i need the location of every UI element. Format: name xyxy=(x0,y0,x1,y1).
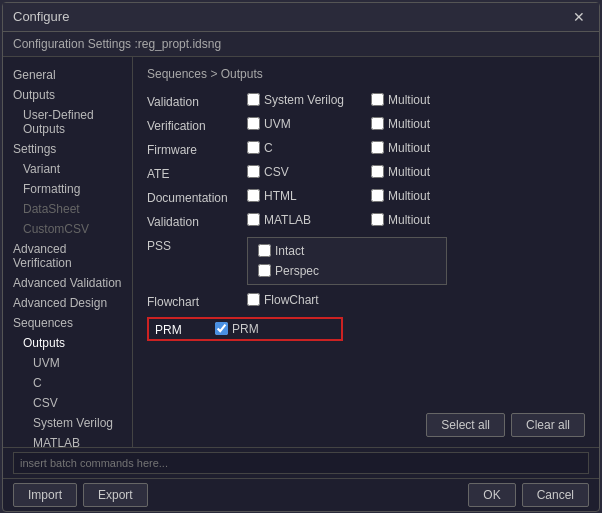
checkbox-item-system-verilog[interactable]: System Verilog xyxy=(247,93,367,107)
sidebar-item-seq-csv[interactable]: CSV xyxy=(3,393,132,413)
checkbox-flowchart[interactable] xyxy=(247,293,260,306)
checkbox-item-multiout-1[interactable]: Multiout xyxy=(371,93,491,107)
import-button[interactable]: Import xyxy=(13,483,77,507)
row-label-verification: Verification xyxy=(147,117,247,133)
row-label-validation: Validation xyxy=(147,93,247,109)
action-bar: Import Export OK Cancel xyxy=(3,478,599,511)
select-all-button[interactable]: Select all xyxy=(426,413,505,437)
checkbox-c[interactable] xyxy=(247,141,260,154)
checkbox-label-multiout-6: Multiout xyxy=(388,213,430,227)
row-options-verification: UVMMultiout xyxy=(247,117,491,131)
config-header: Configuration Settings :reg_propt.idsng xyxy=(3,32,599,57)
export-button[interactable]: Export xyxy=(83,483,148,507)
checkbox-item-multiout-3[interactable]: Multiout xyxy=(371,141,491,155)
checkbox-system-verilog[interactable] xyxy=(247,93,260,106)
config-row-ate: ATECSVMultiout xyxy=(147,165,585,181)
checkbox-label-c: C xyxy=(264,141,273,155)
breadcrumb: Sequences > Outputs xyxy=(147,67,585,81)
close-button[interactable]: ✕ xyxy=(569,9,589,25)
pss-box: IntactPerspec xyxy=(247,237,447,285)
checkbox-label-multiout-2: Multiout xyxy=(388,117,430,131)
checkbox-item-matlab[interactable]: MATLAB xyxy=(247,213,367,227)
row-options-firmware: CMultiout xyxy=(247,141,491,155)
clear-all-button[interactable]: Clear all xyxy=(511,413,585,437)
select-clear-area: Select all Clear all xyxy=(147,413,585,437)
checkbox-label-multiout-4: Multiout xyxy=(388,165,430,179)
checkbox-html[interactable] xyxy=(247,189,260,202)
row-options-flowchart: FlowChart xyxy=(247,293,367,307)
row-label-documentation: Documentation xyxy=(147,189,247,205)
sidebar: GeneralOutputsUser-Defined OutputsSettin… xyxy=(3,57,133,447)
checkbox-item-csv[interactable]: CSV xyxy=(247,165,367,179)
sidebar-item-adv-design[interactable]: Advanced Design xyxy=(3,293,132,313)
sidebar-item-outputs[interactable]: Outputs xyxy=(3,85,132,105)
sidebar-item-seq-uvm[interactable]: UVM xyxy=(3,353,132,373)
checkbox-label-multiout-5: Multiout xyxy=(388,189,430,203)
config-row-verification: VerificationUVMMultiout xyxy=(147,117,585,133)
checkbox-item-multiout-5[interactable]: Multiout xyxy=(371,189,491,203)
checkbox-label-uvm: UVM xyxy=(264,117,291,131)
sidebar-item-seq-outputs[interactable]: Outputs xyxy=(3,333,132,353)
checkbox-label-multiout-1: Multiout xyxy=(388,93,430,107)
title-bar: Configure ✕ xyxy=(3,3,599,32)
checkbox-perspec[interactable] xyxy=(258,264,271,277)
checkbox-item-prm[interactable]: PRM xyxy=(215,322,335,336)
checkbox-csv[interactable] xyxy=(247,165,260,178)
sidebar-item-seq-matlab[interactable]: MATLAB xyxy=(3,433,132,447)
checkbox-item-html[interactable]: HTML xyxy=(247,189,367,203)
checkbox-uvm[interactable] xyxy=(247,117,260,130)
checkbox-prm[interactable] xyxy=(215,322,228,335)
checkbox-label-csv: CSV xyxy=(264,165,289,179)
checkbox-item-c[interactable]: C xyxy=(247,141,367,155)
row-label-ate: ATE xyxy=(147,165,247,181)
checkbox-multiout-5[interactable] xyxy=(371,189,384,202)
config-row-prm: PRMPRM xyxy=(147,317,585,341)
sidebar-item-seq-c[interactable]: C xyxy=(3,373,132,393)
sidebar-item-general[interactable]: General xyxy=(3,65,132,85)
row-label-flowchart: Flowchart xyxy=(147,293,247,309)
config-row-pss: PSSIntactPerspec xyxy=(147,237,585,285)
checkbox-multiout-1[interactable] xyxy=(371,93,384,106)
sidebar-item-settings[interactable]: Settings xyxy=(3,139,132,159)
checkbox-item-multiout-4[interactable]: Multiout xyxy=(371,165,491,179)
row-label-pss: PSS xyxy=(147,237,247,253)
main-content: Sequences > Outputs ValidationSystem Ver… xyxy=(133,57,599,447)
checkbox-multiout-4[interactable] xyxy=(371,165,384,178)
checkbox-label-perspec: Perspec xyxy=(275,264,319,278)
checkbox-label-intact: Intact xyxy=(275,244,304,258)
checkbox-item-perspec[interactable]: Perspec xyxy=(258,264,436,278)
config-row-validation2: ValidationMATLABMultiout xyxy=(147,213,585,229)
sidebar-item-seq-systemverilog[interactable]: System Verilog xyxy=(3,413,132,433)
dialog-body: GeneralOutputsUser-Defined OutputsSettin… xyxy=(3,57,599,447)
row-options-ate: CSVMultiout xyxy=(247,165,491,179)
config-row-flowchart: FlowchartFlowChart xyxy=(147,293,585,309)
sidebar-item-variant[interactable]: Variant xyxy=(3,159,132,179)
checkbox-matlab[interactable] xyxy=(247,213,260,226)
sidebar-item-adv-validation[interactable]: Advanced Validation xyxy=(3,273,132,293)
checkbox-intact[interactable] xyxy=(258,244,271,257)
checkbox-item-uvm[interactable]: UVM xyxy=(247,117,367,131)
configure-dialog: Configure ✕ Configuration Settings :reg_… xyxy=(2,2,600,512)
checkbox-label-flowchart: FlowChart xyxy=(264,293,319,307)
row-options-validation2: MATLABMultiout xyxy=(247,213,491,227)
batch-input[interactable] xyxy=(13,452,589,474)
checkbox-item-flowchart[interactable]: FlowChart xyxy=(247,293,367,307)
checkbox-item-intact[interactable]: Intact xyxy=(258,244,436,258)
sidebar-item-user-defined-outputs[interactable]: User-Defined Outputs xyxy=(3,105,132,139)
config-row-documentation: DocumentationHTMLMultiout xyxy=(147,189,585,205)
sidebar-item-formatting[interactable]: Formatting xyxy=(3,179,132,199)
checkbox-item-multiout-6[interactable]: Multiout xyxy=(371,213,491,227)
checkbox-multiout-3[interactable] xyxy=(371,141,384,154)
cancel-button[interactable]: Cancel xyxy=(522,483,589,507)
checkbox-multiout-2[interactable] xyxy=(371,117,384,130)
checkbox-multiout-6[interactable] xyxy=(371,213,384,226)
checkbox-item-multiout-2[interactable]: Multiout xyxy=(371,117,491,131)
sidebar-item-sequences[interactable]: Sequences xyxy=(3,313,132,333)
ok-button[interactable]: OK xyxy=(468,483,515,507)
sidebar-item-datasheet: DataSheet xyxy=(3,199,132,219)
config-row-firmware: FirmwareCMultiout xyxy=(147,141,585,157)
sidebar-item-customcsv: CustomCSV xyxy=(3,219,132,239)
sidebar-item-adv-verification[interactable]: Advanced Verification xyxy=(3,239,132,273)
prm-highlight-box: PRMPRM xyxy=(147,317,343,341)
dialog-title: Configure xyxy=(13,9,69,24)
